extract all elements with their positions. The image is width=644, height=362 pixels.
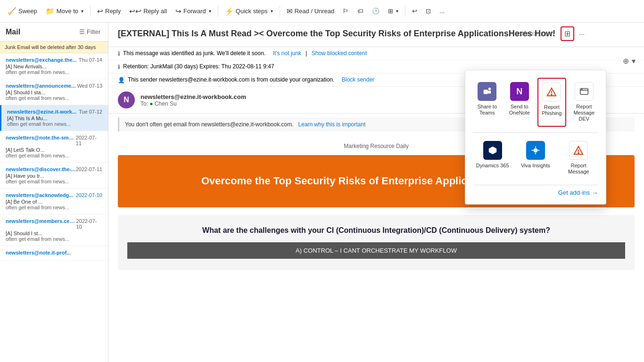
zoom-dropdown-button[interactable]: ▾ [631, 56, 636, 66]
teams-label: Share to Teams [475, 104, 499, 116]
sender-to-name: Chen Su [155, 100, 177, 107]
tag-button[interactable]: 🏷 [354, 5, 367, 17]
filter-button[interactable]: ☰ Filter [77, 26, 102, 37]
reply-all-button[interactable]: ↩↩ Reply all [125, 4, 171, 18]
onenote-label: Send to OneNote [508, 104, 532, 116]
reminder-button[interactable]: 🕐 [368, 5, 383, 17]
svg-marker-7 [488, 146, 496, 154]
arrow-right-icon: → [592, 189, 598, 197]
email-subject: [A] Should I st... [6, 230, 102, 236]
ci-btn[interactable]: A) CONTROL – I CANT ORCHESTRATE MY WORKF… [127, 242, 625, 259]
quick-steps-button[interactable]: ⚡ Quick steps [221, 4, 277, 18]
svg-point-10 [578, 152, 579, 153]
email-list-item[interactable]: newsletters@members.cen... 2022-07-10 [A… [0, 214, 108, 246]
svg-point-8 [533, 148, 537, 152]
email-subject: [A] Should I sta... [6, 90, 102, 95]
popup-grid-row2: Dynamics 365 Viva Insights Report Messag… [473, 137, 598, 179]
quick-steps-icon: ⚡ [225, 7, 234, 16]
get-addins-link[interactable]: Get add-ins [558, 189, 590, 196]
email-date: Wed 07-13 [77, 83, 102, 89]
share-to-teams-item[interactable]: Share to Teams [473, 78, 502, 127]
read-unread-button[interactable]: ✉ Read / Unread [283, 4, 339, 18]
avatar: N [118, 91, 135, 108]
reply-button[interactable]: ↩ Reply [93, 4, 124, 18]
email-list-item[interactable]: newsletters@discover.the-... 2022-07-11 … [0, 163, 108, 189]
email-subject: [A] Be One of ... [6, 199, 102, 205]
email-meta: newsletters@members.cen... 2022-07-10 [6, 218, 102, 230]
email-meta: newsletters@discover.the-... 2022-07-11 [6, 166, 102, 172]
email-list-item[interactable]: newsletters@ezine.it-work... Tue 07-12 [… [0, 105, 108, 131]
external-text: This sender newsletters@ezine.it-workboo… [128, 76, 334, 83]
open-icon: ⊡ [426, 8, 431, 15]
email-from: newsletters@exchange.the... [6, 57, 77, 63]
email-list-item[interactable]: newsletters@note.the-sma... 2022-07-11 [… [0, 131, 108, 163]
zoom-in-button[interactable]: ⊕ [622, 56, 630, 66]
email-meta: newsletters@note.the-sma... 2022-07-11 [6, 135, 102, 146]
sidebar-actions: ☰ Filter [77, 26, 102, 37]
email-date: 2022-07-10 [76, 192, 102, 198]
not-junk-link[interactable]: It's not junk [273, 50, 301, 57]
email-timestamp: 2022-07-12 9:47 [517, 31, 555, 37]
report-phishing-item[interactable]: Report Phishing [537, 78, 566, 127]
email-date: 2022-07-11 [76, 166, 102, 172]
email-from: newsletters@discover.the-... [6, 166, 75, 172]
report-message-dev-item[interactable]: Report Message DEV [570, 78, 599, 127]
email-from: newsletters@members.cen... [6, 218, 76, 230]
popup-divider [473, 132, 598, 133]
addins-popup: Share to Teams N Send to OneNote Report … [465, 70, 606, 205]
actions-button[interactable]: ⊞ [384, 5, 402, 17]
flag-button[interactable]: 🏳 [339, 5, 353, 17]
read-unread-icon: ✉ [287, 7, 293, 16]
email-from: newsletters@note.it-prof... [6, 250, 71, 255]
svg-rect-5 [580, 89, 588, 95]
reply-all-label: Reply all [143, 8, 167, 15]
email-list-item[interactable]: newsletters@exchange.the... Thu 07-14 [A… [0, 53, 108, 79]
more-email-button[interactable]: ··· [576, 28, 587, 40]
junk-info-bar: ℹ This message was identified as junk. W… [108, 47, 644, 60]
undo-button[interactable]: ↩ [408, 5, 421, 17]
addins-active-button[interactable]: ⊞ [561, 26, 574, 41]
separator-2 [218, 6, 218, 17]
dynamics-item[interactable]: Dynamics 365 [473, 137, 512, 179]
email-preview: often get email from news... [7, 121, 102, 127]
quick-steps-label: Quick steps [236, 8, 268, 15]
send-to-onenote-item[interactable]: N Send to OneNote [505, 78, 534, 127]
junk-notice: Junk Email will be deleted after 30 days [0, 41, 108, 53]
onenote-icon: N [510, 82, 529, 101]
email-date: 2022-07-10 [76, 218, 102, 230]
external-icon: 👤 [118, 77, 125, 83]
sweep-button[interactable]: 🧹 Sweep [4, 4, 41, 18]
email-list-item[interactable]: newsletters@announceme... Wed 07-13 [A] … [0, 79, 108, 105]
popup-footer: Get add-ins → [473, 185, 598, 197]
retention-icon: ℹ [118, 64, 120, 70]
report-phishing-icon [542, 82, 561, 101]
report-message-dev-icon [575, 82, 594, 101]
email-date: Tue 07-12 [79, 109, 102, 115]
email-preview: often get email from news... [6, 179, 102, 184]
email-list-item[interactable]: newsletters@acknowledg... 2022-07-10 [A]… [0, 189, 108, 214]
email-meta: newsletters@ezine.it-work... Tue 07-12 [7, 109, 102, 115]
report-phishing-label: Report Phishing [540, 104, 563, 116]
reply-icon: ↩ [97, 7, 103, 16]
email-preview: often get email from news... [6, 236, 102, 242]
learn-why-link[interactable]: Learn why this is important [298, 121, 366, 128]
email-meta: newsletters@announceme... Wed 07-13 [6, 83, 102, 89]
report-message-item[interactable]: Report Message [559, 137, 598, 179]
move-to-button[interactable]: 📁 Move to [42, 4, 87, 18]
show-blocked-link[interactable]: Show blocked content [312, 50, 367, 57]
more-button[interactable]: ... [436, 5, 448, 17]
email-list-item[interactable]: newsletters@note.it-prof... [0, 246, 108, 261]
block-sender-link[interactable]: Block sender [342, 76, 374, 83]
email-meta: newsletters@acknowledg... 2022-07-10 [6, 192, 102, 198]
viva-item[interactable]: Viva Insights [516, 137, 555, 179]
forward-button[interactable]: ↪ Forward [172, 4, 215, 18]
open-button[interactable]: ⊡ [422, 5, 435, 17]
sidebar-title: Mail [6, 28, 20, 36]
email-from: newsletters@announceme... [6, 83, 75, 89]
email-date: 2022-07-11 [76, 135, 102, 146]
info-icon: ℹ [118, 50, 120, 57]
email-from: newsletters@ezine.it-work... [7, 109, 76, 115]
email-date: Thu 07-14 [79, 57, 102, 63]
report-message-dev-label: Report Message DEV [572, 104, 596, 123]
sweep-icon: 🧹 [8, 7, 17, 16]
